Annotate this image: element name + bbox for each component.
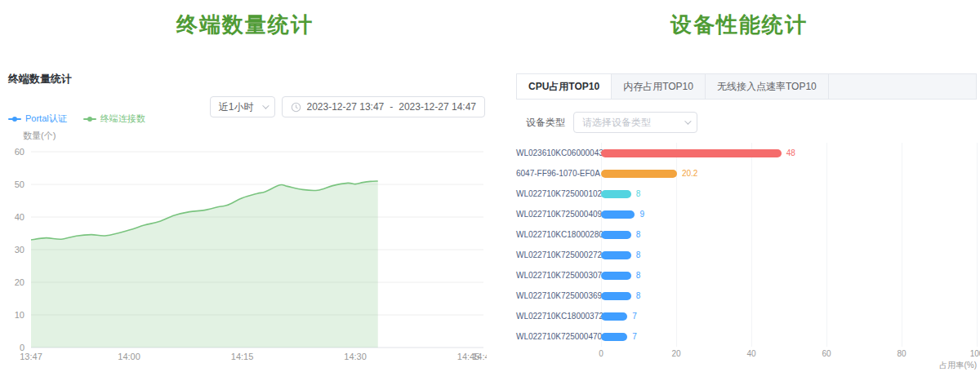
bar-value-label: 8 — [636, 230, 641, 239]
x-tick-label: 14:15 — [231, 352, 254, 361]
legend-marker-icon — [8, 118, 21, 120]
bar — [601, 210, 635, 219]
x-tick-label: 13:47 — [20, 352, 42, 361]
device-name-label: WL022710K725000272 — [516, 250, 601, 259]
time-range-value: 近1小时 — [219, 100, 254, 114]
x-tick-label: 80 — [897, 349, 906, 358]
bar-value-label: 9 — [639, 210, 644, 219]
bar — [601, 312, 627, 321]
bar-value-label: 20.2 — [682, 169, 697, 178]
device-type-label: 设备类型 — [526, 116, 565, 130]
device-name-label: WL022710KC18000280 — [516, 230, 601, 239]
bar-row: WL022710K7250001028 — [516, 184, 977, 204]
bar-row: WL022710KC180003727 — [516, 306, 977, 326]
bar-row: WL022710K7250002728 — [516, 245, 977, 265]
bar — [601, 190, 631, 198]
bar-track: 20.2 — [601, 170, 977, 178]
tab-cpu-top10[interactable]: CPU占用TOP10 — [517, 74, 612, 99]
legend-label: Portal认证 — [25, 113, 67, 125]
clock-icon — [291, 102, 301, 113]
device-name-label: WL022710K725000409 — [516, 210, 601, 219]
device-name-label: WL022710K725000307 — [516, 271, 601, 280]
line-chart-legend: Portal认证终端连接数 — [8, 113, 145, 125]
y-tick-label: 20 — [15, 277, 24, 287]
date-range-start: 2023-12-27 13:47 — [307, 101, 385, 113]
bar — [601, 272, 631, 280]
bar-value-label: 7 — [632, 312, 637, 321]
device-name-label: WL022710K725000369 — [516, 291, 601, 300]
device-type-select[interactable]: 请选择设备类型 — [573, 112, 697, 133]
cpu-top10-bar-chart: WL023610KC06000043486047-FF96-1070-EF0A2… — [516, 143, 977, 372]
chevron-down-icon — [684, 117, 691, 124]
bar — [601, 292, 631, 300]
y-tick-label: 60 — [15, 147, 24, 157]
chart-controls: 近1小时 2023-12-27 13:47 - 2023-12-27 14:47 — [210, 96, 485, 117]
terminal-stats-card: 终端数量统计 近1小时 2023-12-27 13:47 - 2023-12-2… — [8, 72, 487, 370]
bar — [601, 251, 631, 259]
bar-value-label: 48 — [786, 148, 795, 157]
bar-track: 48 — [601, 149, 977, 157]
bar — [601, 170, 677, 178]
x-tick-label: 20 — [671, 349, 680, 358]
bar-row: WL022710KC180002808 — [516, 224, 977, 245]
x-tick-label: 40 — [746, 349, 755, 358]
bar-row: 6047-FF96-1070-EF0A20.2 — [516, 163, 977, 184]
x-tick-label: 14:00 — [118, 352, 140, 361]
area-fill — [31, 181, 378, 348]
legend-item[interactable]: 终端连接数 — [83, 113, 145, 125]
bar-track: 7 — [601, 312, 977, 321]
bar-row: WL022710K7250004707 — [516, 326, 977, 347]
terminal-stats-page-title: 终端数量统计 — [0, 11, 490, 39]
bar — [601, 149, 782, 157]
device-type-filter-row: 设备类型 请选择设备类型 — [516, 112, 977, 133]
bar-value-label: 8 — [636, 189, 641, 198]
x-tick-label: 0 — [599, 349, 604, 358]
performance-tabs: CPU占用TOP10内存占用TOP10无线接入点速率TOP10 — [516, 73, 977, 100]
bar-value-label: 8 — [636, 271, 641, 280]
terminal-stats-card-header: 终端数量统计 — [8, 72, 487, 86]
legend-item[interactable]: Portal认证 — [8, 113, 67, 125]
x-tick-label: 14:30 — [344, 352, 367, 361]
bar-row: WL022710K7250003078 — [516, 265, 977, 286]
bar-track: 9 — [601, 210, 977, 219]
legend-marker-icon — [83, 118, 96, 120]
date-range-separator: - — [390, 101, 393, 113]
bar-row: WL023610KC0600004348 — [516, 143, 977, 163]
bar-chart-x-axis: 020406080100 — [516, 347, 977, 360]
y-axis-label: 数量(个) — [23, 130, 56, 142]
y-tick-label: 40 — [15, 212, 24, 222]
x-tick-label: 60 — [822, 349, 831, 358]
tab-memory-top10[interactable]: 内存占用TOP10 — [612, 74, 706, 99]
legend-label: 终端连接数 — [100, 113, 145, 125]
bar-track: 8 — [601, 251, 977, 259]
bar-track: 7 — [601, 333, 977, 341]
device-name-label: WL022710K725000470 — [516, 332, 601, 341]
bar — [601, 231, 631, 239]
y-tick-label: 30 — [15, 245, 24, 255]
y-tick-label: 50 — [15, 179, 24, 189]
x-axis-title: 占用率(%) — [939, 360, 977, 371]
chevron-down-icon — [262, 102, 269, 108]
bar-track: 8 — [601, 231, 977, 239]
v-gridline — [977, 143, 978, 347]
bar — [601, 333, 627, 341]
terminal-count-line-chart: 010203040506013:4714:0014:1514:3014:4514… — [8, 142, 487, 370]
bar-row: WL022710K7250004099 — [516, 204, 977, 224]
x-tick-label: 100 — [970, 349, 980, 358]
time-range-select[interactable]: 近1小时 — [210, 96, 275, 117]
device-performance-page-title: 设备性能统计 — [506, 11, 972, 39]
device-name-label: WL023610KC06000043 — [516, 148, 601, 157]
x-tick-label: 14:47 — [472, 352, 487, 361]
device-name-label: 6047-FF96-1070-EF0A — [516, 169, 601, 178]
bar-track: 8 — [601, 190, 977, 198]
bar-track: 8 — [601, 292, 977, 300]
device-performance-card: CPU占用TOP10内存占用TOP10无线接入点速率TOP10 设备类型 请选择… — [516, 73, 977, 372]
bar-row: WL022710K7250003698 — [516, 286, 977, 306]
bar-value-label: 7 — [632, 332, 637, 341]
device-name-label: WL022710KC18000372 — [516, 312, 601, 321]
device-name-label: WL022710K725000102 — [516, 189, 601, 198]
bar-value-label: 8 — [636, 250, 641, 259]
date-range-picker[interactable]: 2023-12-27 13:47 - 2023-12-27 14:47 — [282, 96, 486, 117]
tab-wireless-ap-rate-top10[interactable]: 无线接入点速率TOP10 — [706, 74, 829, 99]
date-range-end: 2023-12-27 14:47 — [399, 101, 476, 113]
